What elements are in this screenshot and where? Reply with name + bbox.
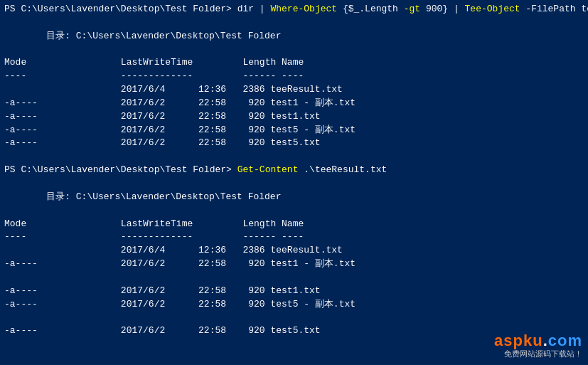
watermark-dot: . — [543, 332, 548, 349]
table-row: 2017/6/4 12:36 2386 teeResult.txt — [4, 83, 584, 97]
command-line-2: PS C:\Users\Lavender\Desktop\Test Folder… — [4, 164, 584, 177]
table-header-1: Mode LastWriteTime Length Name — [4, 56, 584, 70]
table-sep-2: ---- ------------- ------ ---- — [4, 231, 584, 244]
get-content: Get-Content — [237, 164, 299, 175]
table-row: -a---- 2017/6/2 22:58 920 test1 - 副本.txt — [4, 97, 584, 110]
blank-2 — [4, 43, 584, 57]
terminal: PS C:\Users\Lavender\Desktop\Test Folder… — [0, 0, 588, 365]
blank-1 — [4, 16, 584, 30]
watermark-logo: aspku.com — [494, 332, 582, 350]
table-row: 2017/6/4 12:36 2386 teeResult.txt — [4, 244, 584, 258]
table-row: -a---- 2017/6/2 22:58 920 test5 - 副本.txt — [4, 124, 584, 137]
table-sep-1: ---- ------------- ------ ---- — [4, 70, 584, 83]
prompt-1: PS C:\Users\Lavender\Desktop\Test Folder… — [4, 4, 237, 14]
command-line-1: PS C:\Users\Lavender\Desktop\Test Folder… — [4, 3, 584, 16]
table-row: -a---- 2017/6/2 22:58 920 test5.txt — [4, 137, 584, 150]
pipe-1: | — [254, 4, 270, 14]
blank-5 — [4, 204, 584, 218]
table-row: -a---- 2017/6/2 22:58 920 test1.txt — [4, 285, 584, 298]
gt-operator: -gt — [404, 4, 420, 14]
condition: {$_.Length — [337, 4, 404, 14]
value-and-pipe: 900} | — [420, 4, 464, 14]
table-header-2: Mode LastWriteTime Length Name — [4, 218, 584, 231]
where-object: Where-Object — [270, 4, 337, 14]
table-row: -a---- 2017/6/2 22:58 920 test5 - 副本.txt — [4, 298, 584, 312]
watermark-suffix: com — [548, 332, 582, 349]
dir-label-1: 目录: C:\Users\Lavender\Desktop\Test Folde… — [4, 30, 584, 43]
prompt-2: PS C:\Users\Lavender\Desktop\Test Folder… — [4, 164, 237, 175]
watermark-text-aspku: aspku — [494, 332, 543, 349]
watermark: aspku.com 免费网站源码下载站！ — [494, 332, 582, 359]
blank-4 — [4, 177, 584, 191]
tee-object: Tee-Object — [465, 4, 520, 14]
get-content-arg: .\teeResult.txt — [298, 164, 387, 175]
blank-3 — [4, 150, 584, 164]
cmd-dir: dir — [237, 4, 254, 14]
table-row: -a---- 2017/6/2 22:58 920 test1 - 副本.txt — [4, 258, 584, 271]
dir-label-2: 目录: C:\Users\Lavender\Desktop\Test Folde… — [4, 191, 584, 204]
blank-row-1 — [4, 271, 584, 285]
filepath-arg: -FilePath teeResult.txt — [520, 4, 588, 14]
table-row: -a---- 2017/6/2 22:58 920 test1.txt — [4, 110, 584, 124]
watermark-subtitle: 免费网站源码下载站！ — [504, 349, 582, 359]
blank-row-2 — [4, 311, 584, 324]
